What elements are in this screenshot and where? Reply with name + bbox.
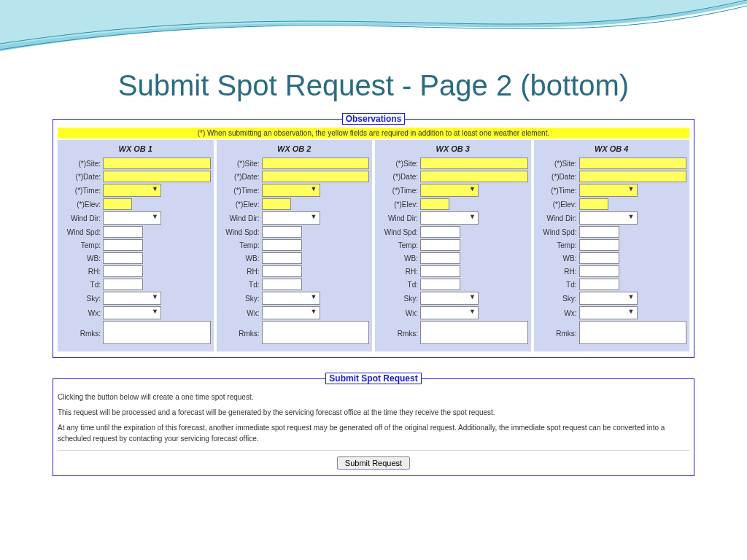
- td-label: Td:: [378, 281, 420, 289]
- sky-label: Sky:: [61, 295, 103, 303]
- windspd-label: Wind Spd:: [378, 228, 420, 236]
- date-input[interactable]: [262, 171, 370, 182]
- rmks-textarea[interactable]: [103, 321, 211, 344]
- rmks-label: Rmks:: [61, 330, 103, 338]
- rh-input[interactable]: [579, 265, 619, 277]
- time-label: (*)Time:: [220, 187, 262, 195]
- site-input[interactable]: [420, 158, 528, 169]
- submit-request-button[interactable]: Submit Request: [337, 456, 410, 470]
- wx-select[interactable]: [103, 306, 161, 319]
- td-input[interactable]: [420, 279, 460, 290]
- td-input[interactable]: [103, 279, 143, 290]
- time-select[interactable]: [103, 184, 161, 197]
- ob-header: WX OB 4: [537, 143, 687, 158]
- td-input[interactable]: [579, 279, 619, 290]
- date-label: (*)Date:: [61, 173, 103, 181]
- wb-input[interactable]: [262, 252, 302, 264]
- wx-select[interactable]: [579, 306, 638, 319]
- td-input[interactable]: [262, 279, 302, 290]
- elev-label: (*)Elev:: [220, 201, 262, 209]
- time-select[interactable]: [579, 184, 638, 197]
- winddir-select[interactable]: [262, 211, 320, 225]
- windspd-label: Wind Spd:: [220, 228, 262, 236]
- wb-input[interactable]: [579, 252, 619, 264]
- rmks-textarea[interactable]: [579, 321, 687, 344]
- rmks-label: Rmks:: [220, 330, 262, 338]
- temp-input[interactable]: [420, 239, 460, 251]
- wx-select[interactable]: [420, 306, 479, 319]
- ob-column-3: WX OB 3 (*)Site: (*)Date: (*)Time: (*)El…: [375, 140, 531, 351]
- windspd-input[interactable]: [103, 226, 143, 238]
- ob-column-2: WX OB 2 (*)Site: (*)Date: (*)Time: (*)El…: [217, 140, 373, 351]
- winddir-select[interactable]: [103, 211, 161, 225]
- site-input[interactable]: [103, 158, 211, 169]
- winddir-select[interactable]: [420, 211, 479, 225]
- wx-label: Wx:: [61, 309, 103, 317]
- submit-p2: This request will be processed and a for…: [58, 407, 689, 418]
- rmks-textarea[interactable]: [420, 321, 528, 344]
- ob-column-1: WX OB 1 (*)Site: (*)Date: (*)Time: (*)El…: [58, 140, 214, 351]
- rh-input[interactable]: [262, 265, 302, 277]
- winddir-label: Wind Dir:: [61, 214, 103, 222]
- date-input[interactable]: [103, 171, 211, 182]
- date-label: (*)Date:: [220, 173, 262, 181]
- site-input[interactable]: [262, 158, 370, 169]
- td-label: Td:: [220, 281, 262, 289]
- elev-label: (*)Elev:: [537, 201, 579, 209]
- temp-label: Temp:: [61, 241, 103, 249]
- rh-input[interactable]: [420, 265, 460, 277]
- wx-label: Wx:: [220, 309, 262, 317]
- windspd-input[interactable]: [262, 226, 302, 238]
- time-label: (*)Time:: [61, 187, 103, 195]
- elev-input[interactable]: [420, 198, 449, 210]
- wb-input[interactable]: [103, 252, 143, 264]
- wx-select[interactable]: [262, 306, 320, 319]
- time-select[interactable]: [262, 184, 320, 197]
- winddir-label: Wind Dir:: [378, 214, 420, 222]
- rh-label: RH:: [537, 268, 579, 276]
- temp-input[interactable]: [579, 239, 619, 251]
- winddir-select[interactable]: [579, 211, 638, 225]
- windspd-input[interactable]: [579, 226, 619, 238]
- observations-legend: Observations: [342, 113, 406, 125]
- sky-label: Sky:: [378, 295, 420, 303]
- time-label: (*)Time:: [378, 187, 420, 195]
- temp-input[interactable]: [262, 239, 302, 251]
- date-label: (*)Date:: [378, 173, 420, 181]
- rmks-label: Rmks:: [537, 330, 579, 338]
- temp-input[interactable]: [103, 239, 143, 251]
- elev-input[interactable]: [579, 198, 608, 210]
- elev-label: (*)Elev:: [378, 201, 420, 209]
- time-select[interactable]: [420, 184, 479, 197]
- date-input[interactable]: [579, 171, 687, 182]
- sky-select[interactable]: [262, 292, 320, 305]
- elev-input[interactable]: [103, 198, 132, 210]
- wb-label: WB:: [220, 254, 262, 262]
- site-label: (*)Site:: [61, 160, 103, 168]
- sky-select[interactable]: [103, 292, 161, 305]
- site-input[interactable]: [579, 158, 687, 169]
- ob-header: WX OB 1: [61, 143, 211, 158]
- wb-label: WB:: [61, 254, 103, 262]
- submit-p1: Clicking the button below will create a …: [58, 392, 689, 402]
- temp-label: Temp:: [537, 241, 579, 249]
- time-label: (*)Time:: [537, 187, 579, 195]
- rmks-textarea[interactable]: [262, 321, 370, 344]
- site-label: (*)Site:: [378, 160, 420, 168]
- sky-select[interactable]: [579, 292, 638, 305]
- submit-p3: At any time until the expiration of this…: [58, 422, 689, 444]
- windspd-input[interactable]: [420, 226, 460, 238]
- rmks-label: Rmks:: [378, 330, 420, 338]
- wb-input[interactable]: [420, 252, 460, 264]
- date-input[interactable]: [420, 171, 528, 182]
- elev-input[interactable]: [262, 198, 291, 210]
- sky-select[interactable]: [420, 292, 479, 305]
- page-title: Submit Spot Request - Page 2 (bottom): [0, 0, 747, 102]
- td-label: Td:: [537, 281, 579, 289]
- temp-label: Temp:: [378, 241, 420, 249]
- elev-label: (*)Elev:: [61, 201, 103, 209]
- divider: [58, 450, 689, 451]
- rh-input[interactable]: [103, 265, 143, 277]
- wx-label: Wx:: [537, 309, 579, 317]
- td-label: Td:: [61, 281, 103, 289]
